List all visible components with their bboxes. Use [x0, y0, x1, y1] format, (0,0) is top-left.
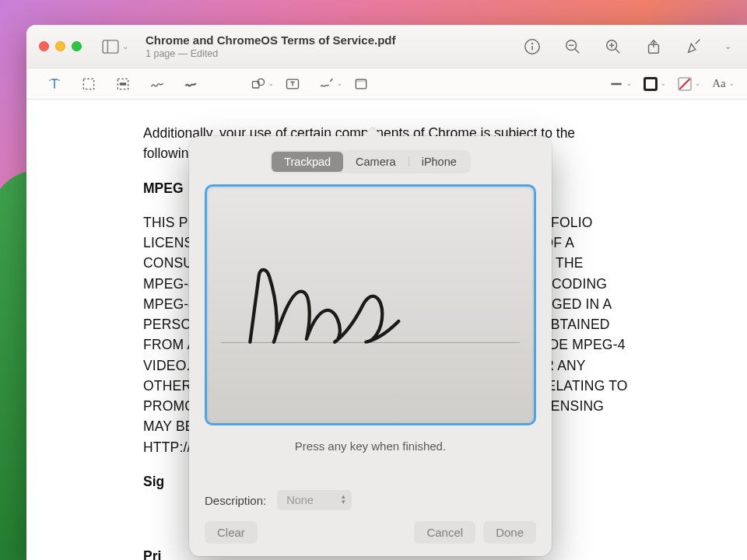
- signature-canvas[interactable]: [205, 184, 536, 425]
- text-style-tool[interactable]: Aa ⌄: [705, 73, 733, 95]
- window-controls: [39, 41, 82, 51]
- svg-rect-0: [103, 40, 118, 52]
- zoom-in-button[interactable]: [603, 37, 623, 57]
- sidebar-toggle[interactable]: ⌄: [97, 37, 133, 57]
- toolbar-overflow[interactable]: ⌄: [724, 41, 731, 51]
- chevron-down-icon: ⌄: [626, 80, 632, 87]
- signature-hint: Press any key when finished.: [205, 439, 536, 453]
- minimize-window-button[interactable]: [55, 41, 65, 51]
- text-selection-tool[interactable]: [40, 73, 68, 95]
- clear-button[interactable]: Clear: [205, 521, 258, 544]
- info-button[interactable]: [522, 37, 542, 57]
- svg-rect-22: [356, 79, 366, 82]
- description-select[interactable]: None ▴▾: [277, 490, 352, 510]
- share-button[interactable]: [644, 37, 664, 57]
- text-tool[interactable]: [279, 73, 307, 95]
- chevron-down-icon: ⌄: [337, 80, 342, 87]
- segment-trackpad[interactable]: Trackpad: [272, 152, 343, 172]
- done-button[interactable]: Done: [483, 521, 536, 544]
- close-window-button[interactable]: [39, 41, 49, 51]
- svg-point-4: [532, 43, 533, 44]
- svg-line-9: [615, 48, 620, 53]
- sign-tool[interactable]: ⌄: [313, 73, 341, 95]
- segment-camera[interactable]: Camera: [343, 152, 409, 172]
- svg-line-6: [575, 48, 580, 53]
- shape-style-tool[interactable]: ⌄: [602, 73, 630, 95]
- svg-line-14: [696, 39, 700, 44]
- redact-tool[interactable]: [109, 73, 137, 95]
- title-block: Chrome and ChromeOS Terms of Service.pdf…: [146, 33, 522, 59]
- signature-popover: Trackpad Camera iPhone Press any key whe…: [189, 136, 552, 556]
- updown-icon: ▴▾: [342, 494, 345, 505]
- chevron-down-icon: ⌄: [268, 80, 274, 87]
- signature-source-segmented: Trackpad Camera iPhone: [205, 150, 536, 173]
- svg-rect-17: [120, 82, 126, 85]
- markup-toggle-button[interactable]: [684, 37, 704, 57]
- chevron-down-icon: ⌄: [729, 80, 735, 87]
- chevron-down-icon: ⌄: [122, 42, 128, 51]
- chevron-down-icon: ⌄: [661, 80, 666, 87]
- sketch-tool[interactable]: [143, 73, 171, 95]
- chevron-down-icon: ⌄: [695, 80, 700, 87]
- doc-heading-sig: Sig: [143, 474, 164, 489]
- svg-rect-15: [83, 79, 93, 89]
- doc-heading-prior: Pri: [143, 548, 161, 560]
- segment-iphone[interactable]: iPhone: [409, 152, 469, 172]
- markup-toolbar: ⌄ ⌄ ⌄ ⌄ ⌄ Aa ⌄: [26, 68, 747, 100]
- zoom-out-button[interactable]: [563, 37, 583, 57]
- zoom-window-button[interactable]: [72, 41, 82, 51]
- preview-window: ⌄ Chrome and ChromeOS Terms of Service.p…: [26, 25, 747, 560]
- border-color-tool[interactable]: ⌄: [637, 73, 665, 95]
- rect-selection-tool[interactable]: [75, 73, 103, 95]
- fill-color-tool[interactable]: ⌄: [671, 73, 699, 95]
- note-tool[interactable]: [347, 73, 375, 95]
- signature-stroke: [207, 187, 534, 423]
- doc-heading-mpeg: MPEG: [143, 180, 184, 196]
- cancel-button[interactable]: Cancel: [414, 521, 475, 544]
- document-subtitle: 1 page — Edited: [146, 48, 522, 59]
- document-title: Chrome and ChromeOS Terms of Service.pdf: [146, 33, 522, 47]
- draw-tool[interactable]: [177, 73, 205, 95]
- description-label: Description:: [205, 494, 266, 507]
- description-value: None: [286, 494, 314, 506]
- titlebar: ⌄ Chrome and ChromeOS Terms of Service.p…: [26, 25, 747, 68]
- shapes-tool[interactable]: ⌄: [244, 73, 272, 95]
